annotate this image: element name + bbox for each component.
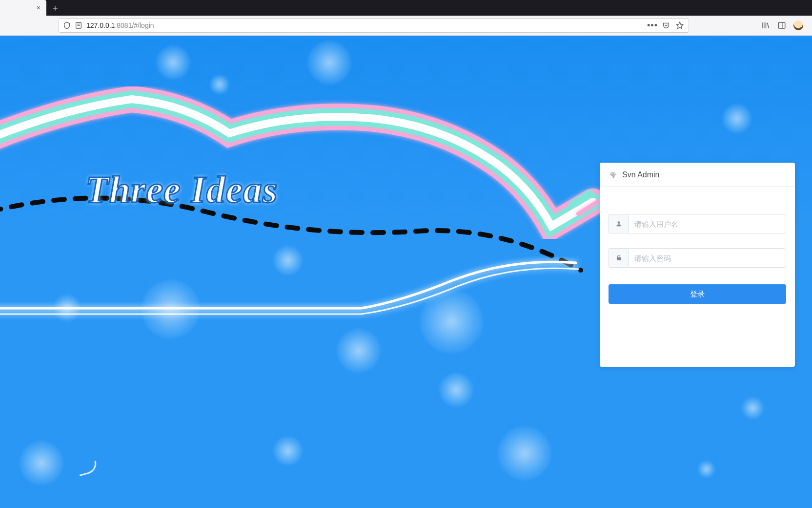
svg-line-10: [571, 192, 590, 204]
address-input-wrap[interactable]: 127.0.0.1:8081/#/login •••: [59, 18, 689, 33]
svg-line-11: [578, 202, 598, 214]
login-header: Svn Admin: [600, 163, 795, 187]
hero-title: Three Ideas: [85, 168, 278, 212]
password-input[interactable]: [628, 248, 786, 268]
new-tab-button[interactable]: ＋: [46, 0, 64, 16]
bookmark-star-icon[interactable]: [675, 21, 685, 30]
shield-icon[interactable]: [63, 21, 71, 29]
login-title: Svn Admin: [622, 170, 659, 179]
browser-tab[interactable]: ×: [0, 0, 46, 16]
bubble: [439, 373, 473, 407]
toolbar-right: [692, 21, 806, 30]
svg-rect-13: [616, 257, 620, 260]
bubble: [273, 246, 303, 275]
more-icon[interactable]: •••: [648, 21, 657, 30]
tab-strip: × ＋: [0, 0, 812, 16]
login-body: 登录: [600, 187, 795, 313]
lock-icon: [609, 248, 628, 268]
bubble: [698, 461, 715, 478]
svg-line-7: [768, 23, 769, 28]
bubble: [337, 329, 381, 373]
page-info-icon[interactable]: [75, 21, 82, 29]
fingerprint-icon: [609, 170, 617, 179]
username-input[interactable]: [628, 214, 786, 233]
login-button[interactable]: 登录: [609, 284, 786, 304]
bubble: [742, 397, 764, 419]
page-content: Three Ideas Svn Admin: [0, 36, 812, 508]
svg-point-12: [617, 221, 620, 224]
bubble: [498, 426, 551, 480]
browser-chrome: × ＋ 127.0.0.1:8081/#/login •••: [0, 0, 812, 36]
url-text[interactable]: 127.0.0.1:8081/#/login: [86, 21, 644, 29]
bubble: [307, 41, 351, 85]
library-icon[interactable]: [760, 21, 770, 30]
login-card: Svn Admin 登录: [600, 163, 795, 367]
close-tab-icon[interactable]: ×: [35, 3, 42, 13]
svg-marker-3: [676, 22, 683, 28]
decorative-arc: [77, 461, 99, 476]
bubble: [54, 295, 81, 321]
bubble: [20, 441, 63, 485]
sidebar-toggle-icon[interactable]: [777, 21, 787, 30]
address-bar: 127.0.0.1:8081/#/login •••: [0, 16, 812, 36]
username-group: [609, 214, 786, 233]
bubble: [273, 436, 303, 466]
profile-avatar[interactable]: [793, 21, 803, 30]
bubble: [156, 45, 190, 80]
url-host: 127.0.0.1: [86, 21, 115, 29]
password-group: [609, 248, 786, 268]
bubble: [210, 75, 229, 94]
bubble: [722, 104, 751, 133]
svg-rect-8: [778, 22, 785, 28]
person-icon: [609, 214, 628, 233]
bubble: [420, 290, 483, 353]
pocket-icon[interactable]: [661, 21, 671, 30]
url-path: :8081/#/login: [115, 21, 154, 29]
bubble: [142, 280, 200, 339]
